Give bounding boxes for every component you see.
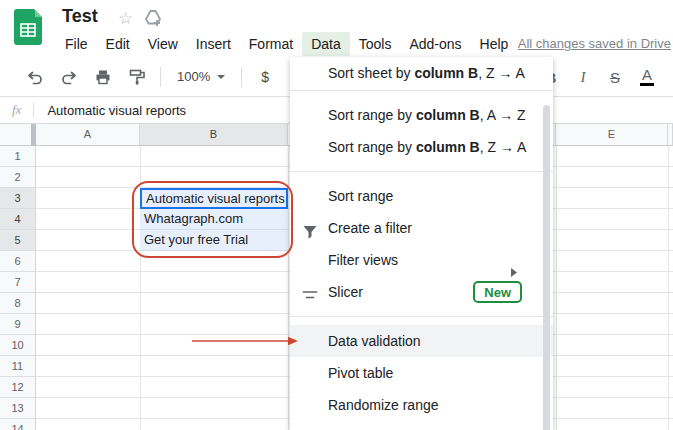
menu-format[interactable]: Format	[240, 32, 302, 56]
column-header-e[interactable]: E	[556, 124, 668, 146]
row-header-12[interactable]: 12	[0, 377, 36, 398]
filter-funnel-icon	[301, 219, 319, 237]
menu-item-create-filter[interactable]: Create a filter	[290, 212, 553, 244]
menu-bar: File Edit View Insert Format Data Tools …	[56, 31, 517, 57]
menu-data[interactable]: Data	[302, 32, 350, 56]
row-header-14[interactable]: 14	[0, 419, 36, 430]
gridline	[556, 146, 557, 430]
formula-input[interactable]: Automatic visual reports	[47, 103, 186, 118]
row-header-11[interactable]: 11	[0, 356, 36, 377]
format-currency-button[interactable]: $	[252, 64, 278, 90]
star-icon[interactable]: ☆	[118, 8, 133, 29]
text-color-button[interactable]: A	[634, 64, 660, 90]
menu-item-sort-range-za[interactable]: Sort range by column B, Z → A	[290, 131, 553, 163]
menu-addons[interactable]: Add-ons	[400, 32, 470, 56]
toolbar-divider	[160, 67, 161, 87]
google-sheets-window: Test ☆ File Edit View Insert Format Data…	[0, 0, 673, 430]
menu-item-pivot-table[interactable]: Pivot table	[290, 357, 553, 389]
select-all-corner[interactable]	[0, 124, 36, 146]
color-swatch	[640, 83, 654, 86]
new-badge: New	[473, 281, 522, 303]
menu-tools[interactable]: Tools	[350, 32, 401, 56]
row-header-1[interactable]: 1	[0, 146, 36, 167]
paint-format-button[interactable]	[124, 64, 150, 90]
cell-b5[interactable]: Get your free Trial	[140, 230, 288, 251]
document-title[interactable]: Test	[62, 6, 98, 27]
row-header-13[interactable]: 13	[0, 398, 36, 419]
menu-help[interactable]: Help	[471, 32, 518, 56]
app-bar: Test ☆ File Edit View Insert Format Data…	[0, 0, 673, 57]
zoom-select[interactable]: 100%	[171, 69, 231, 84]
fx-icon: fx	[12, 102, 21, 118]
strikethrough-button[interactable]: S	[602, 64, 628, 90]
menu-view[interactable]: View	[139, 32, 187, 56]
menu-file[interactable]: File	[56, 32, 97, 56]
corner-grip	[31, 124, 35, 146]
slicer-icon	[301, 283, 319, 301]
column-header-f[interactable]	[668, 124, 673, 146]
undo-button[interactable]	[22, 64, 48, 90]
menu-item-data-validation[interactable]: Data validation	[290, 325, 553, 357]
gridline	[288, 146, 289, 430]
gridline	[668, 146, 669, 430]
text-color-label: A	[642, 68, 652, 82]
save-status-link[interactable]: All changes saved in Drive	[518, 36, 671, 51]
column-header-b[interactable]: B	[140, 124, 288, 146]
menu-insert[interactable]: Insert	[187, 32, 240, 56]
row-header-7[interactable]: 7	[0, 272, 36, 293]
row-header-6[interactable]: 6	[0, 251, 36, 272]
row-header-4[interactable]: 4	[0, 209, 36, 230]
menu-scrollbar[interactable]	[543, 105, 550, 430]
menu-item-sort-sheet-za[interactable]: Sort sheet by column B, Z → A	[290, 57, 553, 90]
redo-button[interactable]	[56, 64, 82, 90]
menu-item-sort-range-az[interactable]: Sort range by column B, A → Z	[290, 99, 553, 131]
italic-button[interactable]: I	[570, 64, 596, 90]
menu-edit[interactable]: Edit	[97, 32, 139, 56]
menu-item-sort-range[interactable]: Sort range	[290, 180, 553, 212]
cell-b4[interactable]: Whatagraph.com	[140, 209, 288, 230]
row-headers: 1 2 3 4 5 6 7 8 9 10 11 12 13 14	[0, 146, 36, 430]
cell-b3[interactable]: Automatic visual reports	[140, 188, 288, 209]
row-header-2[interactable]: 2	[0, 167, 36, 188]
move-to-folder-icon[interactable]	[144, 10, 164, 32]
row-header-3[interactable]: 3	[0, 188, 36, 209]
menu-item-slicer[interactable]: Slicer New	[290, 276, 553, 308]
toolbar-divider	[241, 67, 242, 87]
row-header-5[interactable]: 5	[0, 230, 36, 251]
formula-bar-divider	[33, 102, 34, 118]
print-button[interactable]	[90, 64, 116, 90]
data-menu-dropdown: Sort sheet by column B, Z → A Sort range…	[290, 57, 553, 430]
zoom-value: 100%	[177, 69, 210, 84]
column-header-a[interactable]: A	[36, 124, 140, 146]
chevron-down-icon	[217, 75, 225, 79]
row-header-9[interactable]: 9	[0, 314, 36, 335]
menu-item-filter-views[interactable]: Filter views	[290, 244, 553, 276]
sheets-logo-icon[interactable]	[13, 7, 43, 49]
row-header-10[interactable]: 10	[0, 335, 36, 356]
menu-item-randomize-range[interactable]: Randomize range	[290, 389, 553, 421]
row-header-8[interactable]: 8	[0, 293, 36, 314]
